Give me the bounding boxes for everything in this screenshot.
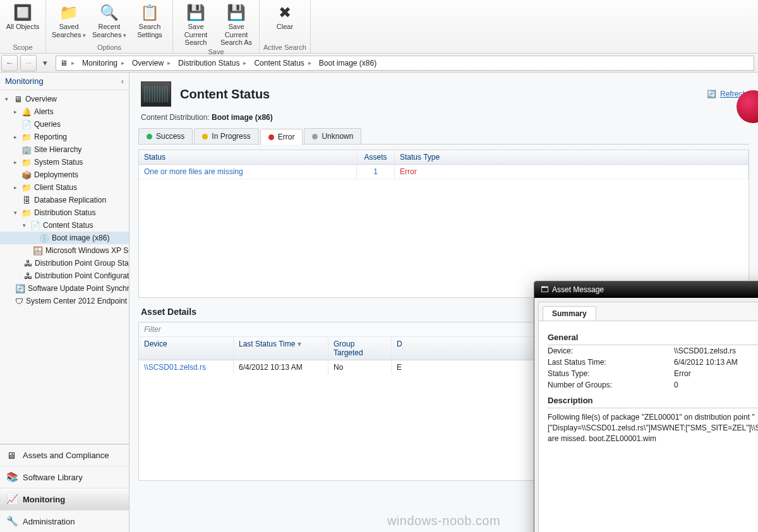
- col-status-type[interactable]: Status Type: [395, 150, 749, 164]
- tree-node[interactable]: 🪟Microsoft Windows XP Ser: [0, 244, 129, 257]
- grid-header[interactable]: Status Assets Status Type: [139, 150, 749, 165]
- ribbon-button[interactable]: 💾Save Current Search As: [217, 1, 255, 47]
- expander-icon[interactable]: ▾: [23, 222, 29, 228]
- ribbon-button[interactable]: 💾Save Current Search: [177, 1, 215, 47]
- tree-node[interactable]: 💿Boot image (x86): [0, 232, 129, 244]
- tree-node[interactable]: 🖧Distribution Point Group Stat: [0, 257, 129, 269]
- tree-node[interactable]: ▾📄Content Status: [0, 219, 129, 232]
- wunderbar-item[interactable]: 📚Software Library: [0, 466, 129, 488]
- nav-forward-button[interactable]: →: [20, 55, 37, 71]
- expander-icon[interactable]: ▸: [14, 184, 20, 191]
- tree-node[interactable]: 🔄Software Update Point Synchro: [0, 282, 129, 295]
- ribbon: 🔲All ObjectsScope📁Saved Searches🔍Recent …: [0, 0, 758, 54]
- section-description: Description: [548, 393, 758, 408]
- tree-icon: 🖥: [13, 94, 23, 104]
- col-status[interactable]: Status: [139, 150, 357, 164]
- sidebar-collapse-icon[interactable]: ‹: [121, 76, 124, 86]
- tree-label: Queries: [34, 120, 61, 129]
- status-tab[interactable]: Error: [260, 129, 303, 145]
- tree-label: Client Status: [34, 183, 77, 192]
- nav-dropdown-button[interactable]: ▾: [39, 55, 51, 71]
- tree-node[interactable]: ▸📁Client Status: [0, 181, 129, 194]
- tree-node[interactable]: ▾🖥Overview: [0, 93, 129, 105]
- dialog-body: General Device:\\SCSD01.zelsd.rsLast Sta…: [539, 321, 758, 532]
- status-dot-icon: [202, 134, 208, 139]
- ribbon-button[interactable]: 🔲All Objects: [4, 1, 42, 31]
- navigation-tree: ▾🖥Overview▸🔔Alerts📄Queries▸📁Reporting🏢Si…: [0, 90, 129, 444]
- page-title: Content Status: [180, 87, 270, 102]
- tree-node[interactable]: 🖧Distribution Point Configurat: [0, 269, 129, 282]
- expander-icon[interactable]: ▸: [14, 109, 20, 115]
- wunderbar-icon: 📈: [6, 494, 18, 505]
- breadcrumb-item[interactable]: Monitoring▸: [78, 56, 128, 70]
- refresh-icon: 🔄: [707, 90, 716, 98]
- ribbon-button[interactable]: ✖Clear: [266, 1, 304, 31]
- ribbon-button[interactable]: 🔍Recent Searches: [90, 1, 128, 38]
- breadcrumb-item[interactable]: Content Status▸: [250, 56, 315, 70]
- tree-node[interactable]: ▸📁System Status: [0, 156, 129, 168]
- expander-icon[interactable]: ▸: [14, 134, 20, 140]
- ribbon-group: ✖ClearActive Search: [260, 0, 311, 53]
- chevron-right-icon: ▸: [167, 59, 171, 66]
- navigation-bar: ← → ▾ 🖥▸ Monitoring▸Overview▸Distributio…: [0, 54, 758, 73]
- tree-node[interactable]: ▸🔔Alerts: [0, 105, 129, 118]
- tree-node[interactable]: 🏢Site Hierarchy: [0, 143, 129, 156]
- status-tab[interactable]: Unknown: [304, 128, 361, 144]
- expander-icon[interactable]: ▸: [14, 159, 20, 165]
- tree-label: Site Hierarchy: [34, 145, 81, 154]
- tree-icon: 🏢: [21, 145, 32, 155]
- expander-icon[interactable]: ▾: [14, 210, 20, 216]
- dialog-titlebar[interactable]: 🗔 Asset Message: [534, 281, 758, 298]
- tree-label: System Status: [34, 158, 83, 167]
- status-tab[interactable]: In Progress: [194, 128, 258, 144]
- ribbon-icon: 💾: [226, 3, 246, 23]
- tree-icon: 🔄: [15, 283, 25, 293]
- tree-label: Distribution Point Configurat: [35, 271, 129, 280]
- tree-label: Boot image (x86): [52, 233, 109, 242]
- tree-node[interactable]: ▾📁Distribution Status: [0, 206, 129, 219]
- dialog-tab-summary[interactable]: Summary: [543, 306, 596, 321]
- tree-icon: 📄: [21, 119, 32, 129]
- tree-icon: 🖧: [24, 258, 32, 268]
- expander-icon[interactable]: ▾: [5, 96, 11, 102]
- tree-node[interactable]: 🗄Database Replication: [0, 194, 129, 206]
- sidebar-header: Monitoring ‹: [0, 73, 129, 90]
- breadcrumb-item[interactable]: Overview▸: [128, 56, 174, 70]
- nav-back-button[interactable]: ←: [1, 55, 18, 71]
- tree-icon: 📁: [21, 182, 32, 192]
- ribbon-group: 📁Saved Searches🔍Recent Searches📋Search S…: [46, 0, 173, 53]
- tree-node[interactable]: 🛡System Center 2012 Endpoint I: [0, 295, 129, 307]
- ribbon-button[interactable]: 📁Saved Searches: [50, 1, 88, 38]
- description-text: Following file(s) of package "ZEL00001" …: [548, 408, 758, 447]
- content-status-icon: [141, 81, 171, 107]
- status-dot-icon: [268, 134, 274, 140]
- tree-label: Microsoft Windows XP Ser: [45, 246, 129, 255]
- ribbon-icon: 🔍: [99, 3, 119, 23]
- tree-node[interactable]: ▸📁Reporting: [0, 131, 129, 143]
- breadcrumb-item[interactable]: Distribution Status▸: [174, 56, 250, 70]
- tree-node[interactable]: 📦Deployments: [0, 168, 129, 181]
- breadcrumb[interactable]: 🖥▸ Monitoring▸Overview▸Distribution Stat…: [56, 56, 754, 71]
- tree-node[interactable]: 📄Queries: [0, 118, 129, 131]
- wunderbar-icon: 🔧: [6, 516, 18, 527]
- field-row: Number of Groups:0: [548, 379, 758, 391]
- col-assets[interactable]: Assets: [357, 150, 395, 164]
- watermark: windows-noob.com: [387, 514, 500, 528]
- breadcrumb-item[interactable]: Boot image (x86): [315, 56, 380, 70]
- tree-icon: 📁: [21, 157, 32, 167]
- status-tab[interactable]: Success: [138, 128, 193, 144]
- breadcrumb-root-icon[interactable]: 🖥▸: [56, 56, 78, 70]
- ribbon-icon: 🔲: [13, 3, 33, 23]
- wunderbar-item[interactable]: 📈Monitoring: [0, 488, 129, 510]
- wunderbar-item[interactable]: 🖥Assets and Compliance: [0, 444, 129, 466]
- wunderbar-icon: 🖥: [6, 450, 18, 461]
- sidebar: Monitoring ‹ ▾🖥Overview▸🔔Alerts📄Queries▸…: [0, 73, 129, 532]
- tree-icon: 📁: [21, 132, 32, 142]
- wunderbar-item[interactable]: 🔧Administration: [0, 510, 129, 532]
- tree-icon: 🪟: [33, 245, 43, 256]
- chevron-right-icon: ▸: [308, 59, 311, 66]
- ribbon-button[interactable]: 📋Search Settings: [131, 1, 169, 38]
- field-row: Status Type:Error: [548, 368, 758, 379]
- grid-row[interactable]: One or more files are missing 1 Error: [139, 165, 749, 179]
- cell-status[interactable]: One or more files are missing: [139, 165, 357, 179]
